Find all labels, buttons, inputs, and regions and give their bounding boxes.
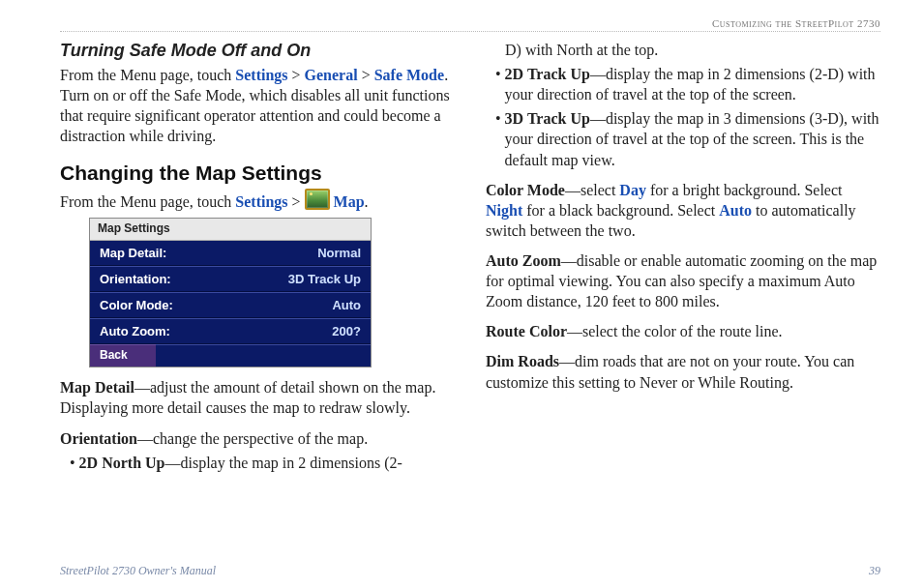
- dash: —: [590, 110, 606, 127]
- link-settings: Settings: [235, 67, 287, 83]
- term-dim-roads: Dim Roads: [486, 353, 559, 369]
- term-auto-zoom: Auto Zoom: [486, 252, 561, 269]
- device-title: Map Settings: [90, 219, 371, 241]
- text: .: [365, 193, 369, 210]
- header-rule: [60, 31, 880, 32]
- bullet-body: 2D North Up—display the map in 2 dimensi…: [79, 453, 455, 473]
- device-row: Color Mode: Auto: [90, 292, 371, 318]
- device-row: Map Detail: Normal: [90, 241, 371, 266]
- term-orientation: Orientation: [60, 430, 137, 447]
- link-auto: Auto: [719, 202, 752, 219]
- text: From the Menu page, touch: [60, 193, 235, 210]
- link-settings: Settings: [235, 193, 287, 210]
- device-back-button: Back: [90, 344, 156, 367]
- device-row-label: Orientation:: [100, 271, 171, 287]
- header-breadcrumb: Customizing the StreetPilot 2730: [60, 17, 880, 29]
- color-mode-paragraph: Color Mode—select Day for a bright backg…: [486, 180, 880, 241]
- device-row-label: Color Mode:: [100, 297, 173, 313]
- device-row-value: Normal: [317, 245, 361, 261]
- dim-roads-paragraph: Dim Roads—dim roads that are not on your…: [486, 351, 880, 392]
- link-safe-mode: Safe Mode: [374, 67, 444, 83]
- continuation-text: D) with North at the top.: [505, 40, 880, 60]
- map-settings-intro: From the Menu page, touch Settings > Map…: [60, 189, 455, 212]
- device-row-value: 3D Track Up: [288, 271, 361, 287]
- term-2d-track-up: 2D Track Up: [505, 66, 590, 82]
- safe-mode-paragraph: From the Menu page, touch Settings > Gen…: [60, 65, 455, 146]
- link-general: General: [305, 67, 358, 83]
- device-screenshot: Map Settings Map Detail: Normal Orientat…: [89, 218, 372, 368]
- footer-left: StreetPilot 2730 Owner's Manual: [60, 564, 216, 578]
- device-row-label: Map Detail:: [100, 245, 166, 261]
- text: for a black background. Select: [522, 202, 719, 219]
- bullet-2d-track-up: • 2D Track Up—display the map in 2 dimen…: [495, 64, 880, 104]
- dash: —: [137, 430, 153, 447]
- term-2d-north-up: 2D North Up: [79, 455, 165, 471]
- term-3d-track-up: 3D Track Up: [505, 110, 590, 127]
- bullet-mark: •: [495, 108, 501, 169]
- link-map: Map: [334, 193, 365, 210]
- term-color-mode: Color Mode: [486, 182, 565, 198]
- device-body: Map Detail: Normal Orientation: 3D Track…: [90, 241, 371, 345]
- text: select: [581, 182, 619, 198]
- dash: —: [134, 379, 150, 396]
- text: >: [358, 67, 374, 83]
- text: >: [288, 67, 305, 83]
- left-column: Turning Safe Mode Off and On From the Me…: [60, 40, 455, 483]
- device-row-value: 200?: [332, 323, 361, 339]
- dash: —: [590, 66, 606, 82]
- dash: —: [165, 455, 181, 471]
- right-column: D) with North at the top. • 2D Track Up—…: [486, 40, 880, 483]
- footer-page-number: 39: [869, 564, 880, 578]
- text: select the color of the route line.: [582, 323, 783, 339]
- link-day: Day: [619, 182, 646, 198]
- page-footer: StreetPilot 2730 Owner's Manual 39: [60, 564, 880, 578]
- heading-safe-mode: Turning Safe Mode Off and On: [60, 40, 455, 63]
- dash: —: [565, 182, 581, 198]
- map-detail-paragraph: Map Detail—adjust the amount of detail s…: [60, 377, 455, 418]
- orientation-paragraph: Orientation—change the perspective of th…: [60, 428, 455, 449]
- text: From the Menu page, touch: [60, 67, 235, 83]
- device-footer-fill: [156, 344, 371, 367]
- device-row: Auto Zoom: 200?: [90, 318, 371, 344]
- auto-zoom-paragraph: Auto Zoom—disable or enable automatic zo…: [486, 250, 880, 311]
- term-route-color: Route Color: [486, 323, 567, 339]
- map-icon: [305, 189, 330, 210]
- route-color-paragraph: Route Color—select the color of the rout…: [486, 321, 880, 341]
- dash: —: [561, 252, 577, 269]
- bullet-body: 2D Track Up—display the map in 2 dimensi…: [505, 64, 880, 104]
- bullet-3d-track-up: • 3D Track Up—display the map in 3 dimen…: [495, 108, 880, 169]
- link-night: Night: [486, 202, 522, 219]
- device-row: Orientation: 3D Track Up: [90, 266, 371, 292]
- bullet-2d-north-up: • 2D North Up—display the map in 2 dimen…: [70, 453, 455, 473]
- term-map-detail: Map Detail: [60, 379, 134, 396]
- text: change the perspective of the map.: [153, 430, 368, 447]
- bullet-mark: •: [70, 453, 75, 473]
- bullet-mark: •: [495, 64, 501, 104]
- device-row-label: Auto Zoom:: [100, 323, 170, 339]
- device-row-value: Auto: [332, 297, 361, 313]
- text: for a bright background. Select: [646, 182, 843, 198]
- dash: —: [559, 353, 575, 369]
- device-footer: Back: [90, 344, 371, 367]
- text: display the map in 2 dimensions (2-: [181, 455, 402, 471]
- text: >: [288, 193, 305, 210]
- dash: —: [567, 323, 582, 339]
- bullet-body: 3D Track Up—display the map in 3 dimensi…: [505, 108, 880, 169]
- heading-map-settings: Changing the Map Settings: [60, 160, 455, 187]
